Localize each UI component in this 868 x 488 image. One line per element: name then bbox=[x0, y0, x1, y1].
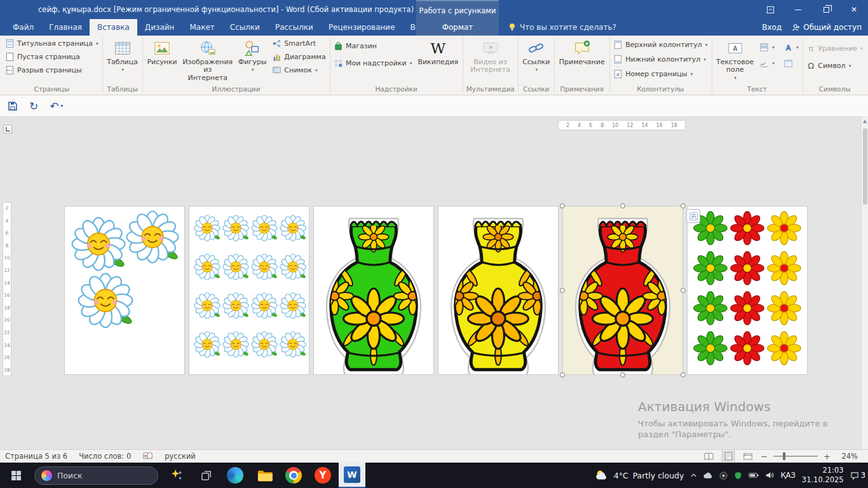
notification-center-button[interactable]: 3 bbox=[850, 471, 865, 480]
task-view-button[interactable] bbox=[193, 463, 219, 488]
read-mode-button[interactable] bbox=[702, 451, 715, 462]
date-time-button[interactable] bbox=[782, 57, 795, 69]
signature-line-button[interactable]: ▾ bbox=[757, 57, 776, 69]
close-button[interactable]: ✕ bbox=[840, 0, 868, 19]
document-page-image-1[interactable] bbox=[64, 206, 185, 375]
tray-expand-button[interactable] bbox=[690, 473, 697, 478]
blank-page-button[interactable]: Пустая страница bbox=[3, 51, 82, 63]
tray-icon-shield[interactable] bbox=[734, 471, 742, 480]
layout-options-button[interactable] bbox=[686, 209, 700, 223]
store-button[interactable]: Магазин bbox=[332, 40, 414, 52]
document-page-image-3[interactable] bbox=[313, 206, 434, 375]
chart-button[interactable]: Диаграмма bbox=[270, 51, 327, 63]
quick-parts-button[interactable]: ▾ bbox=[757, 41, 776, 53]
online-pictures-button[interactable]: Изображения из Интернета bbox=[181, 37, 234, 82]
page-break-button[interactable]: Разрыв страницы bbox=[3, 64, 84, 76]
zoom-slider-thumb[interactable] bbox=[783, 452, 785, 460]
selection-handle[interactable] bbox=[560, 203, 565, 208]
document-page-image-4[interactable] bbox=[438, 206, 559, 375]
scrollbar-thumb[interactable] bbox=[863, 128, 867, 205]
links-button[interactable]: Ссылки▾ bbox=[520, 37, 552, 73]
selection-handle[interactable] bbox=[681, 203, 686, 208]
tab-Макет[interactable]: Макет bbox=[182, 19, 222, 36]
smartart-button[interactable]: SmartArt bbox=[270, 37, 327, 50]
volume-icon[interactable] bbox=[765, 471, 774, 479]
zoom-slider[interactable] bbox=[773, 456, 818, 457]
save-button[interactable] bbox=[8, 101, 18, 111]
tab-Ссылки[interactable]: Ссылки bbox=[222, 19, 268, 36]
weather-widget[interactable]: 4°C Partly cloudy bbox=[594, 468, 684, 483]
tab-Рассылки[interactable]: Рассылки bbox=[268, 19, 321, 36]
comment-button[interactable]: Примечание bbox=[557, 37, 607, 66]
widgets-button[interactable] bbox=[163, 463, 190, 488]
textbox-button[interactable]: A Текстовое поле▾ bbox=[714, 37, 756, 81]
battery-icon[interactable] bbox=[749, 472, 759, 478]
page-indicator[interactable]: Страница 5 из 6 bbox=[5, 452, 67, 461]
symbol-button[interactable]: Ω Символ▾ bbox=[804, 60, 853, 72]
zoom-in-button[interactable]: + bbox=[824, 452, 831, 461]
signature-icon bbox=[759, 58, 769, 68]
selection-handle[interactable] bbox=[560, 372, 565, 377]
document-page-image-5[interactable] bbox=[562, 206, 683, 375]
tray-icon-dot[interactable] bbox=[719, 471, 728, 480]
wikipedia-button[interactable]: W Википедия bbox=[415, 37, 461, 66]
header-button[interactable]: Верхний колонтитул▾ bbox=[611, 39, 709, 51]
tab-Рецензирование[interactable]: Рецензирование bbox=[321, 19, 403, 36]
tab-format[interactable]: Формат bbox=[416, 19, 499, 36]
zoom-level[interactable]: 24% bbox=[836, 452, 858, 461]
print-layout-button[interactable] bbox=[721, 451, 735, 462]
table-button[interactable]: Таблица▾ bbox=[104, 37, 140, 73]
taskbar-search[interactable]: Поиск bbox=[34, 466, 158, 485]
document-page-image-6[interactable] bbox=[687, 206, 808, 375]
tab-Дизайн[interactable]: Дизайн bbox=[137, 19, 182, 36]
minimize-button[interactable] bbox=[784, 0, 812, 19]
redo-button[interactable]: ↻ bbox=[29, 100, 38, 112]
web-layout-button[interactable] bbox=[741, 451, 755, 462]
selection-handle[interactable] bbox=[681, 288, 686, 293]
start-button[interactable] bbox=[3, 463, 29, 488]
word-taskbar-button[interactable]: W bbox=[339, 463, 365, 488]
clock[interactable]: 21:03 31.10.2025 bbox=[802, 466, 844, 485]
sign-in-button[interactable]: Вход bbox=[762, 23, 782, 32]
screenshot-button[interactable]: Снимок▾ bbox=[270, 64, 327, 76]
footer-button[interactable]: Нижний колонтитул▾ bbox=[611, 53, 708, 65]
language-switcher[interactable]: ҚАЗ bbox=[780, 471, 795, 480]
scroll-up-icon[interactable]: ▲ bbox=[862, 117, 868, 126]
wordart-button[interactable]: A▾ bbox=[782, 41, 801, 53]
language-indicator[interactable]: русский bbox=[165, 452, 196, 461]
pictures-button[interactable]: Рисунки bbox=[144, 37, 179, 66]
selection-handle[interactable] bbox=[681, 372, 686, 377]
yandex-button[interactable]: Y bbox=[309, 463, 336, 488]
zoom-out-button[interactable]: − bbox=[761, 452, 768, 461]
selection-handle[interactable] bbox=[620, 203, 625, 208]
document-canvas[interactable]: 24681012141618 246810121416182022242628 … bbox=[0, 117, 868, 449]
tab-Вставка[interactable]: Вставка bbox=[90, 19, 137, 36]
chrome-button[interactable] bbox=[280, 463, 307, 488]
equation-button[interactable]: π Уравнение▾ bbox=[804, 43, 865, 55]
undo-button[interactable]: ↶▾ bbox=[50, 100, 63, 112]
selection-handle[interactable] bbox=[620, 372, 625, 377]
tab-Файл[interactable]: Файл bbox=[5, 19, 41, 36]
my-addins-button[interactable]: Мои надстройки▾ bbox=[332, 57, 414, 69]
selection-handle[interactable] bbox=[560, 288, 565, 293]
edge-button[interactable] bbox=[222, 463, 248, 488]
explorer-button[interactable] bbox=[251, 463, 278, 488]
tray-icon-cloud[interactable] bbox=[703, 472, 713, 479]
tab-stop-selector[interactable] bbox=[3, 125, 12, 133]
vertical-ruler[interactable]: 246810121416182022242628 bbox=[3, 202, 11, 376]
shapes-button[interactable]: Фигуры▾ bbox=[236, 37, 269, 73]
notification-icon bbox=[850, 471, 859, 480]
share-button[interactable]: Общий доступ bbox=[792, 23, 862, 32]
online-video-button[interactable]: Видео из Интернета bbox=[465, 37, 516, 74]
vertical-scrollbar[interactable]: ▲ bbox=[861, 117, 868, 449]
document-page-image-2[interactable] bbox=[189, 206, 309, 375]
tab-Главная[interactable]: Главная bbox=[41, 19, 90, 36]
horizontal-ruler[interactable]: 24681012141618 bbox=[558, 120, 686, 130]
cover-page-button[interactable]: Титульная страница▾ bbox=[3, 37, 100, 50]
tellme-box[interactable]: Что вы хотите сделать? bbox=[508, 19, 616, 36]
restore-button[interactable] bbox=[812, 0, 840, 19]
word-count[interactable]: Число слов: 0 bbox=[79, 452, 131, 461]
page-number-button[interactable]: # Номер страницы▾ bbox=[611, 68, 695, 80]
ribbon-display-options-button[interactable] bbox=[756, 0, 784, 19]
proofing-status-icon[interactable] bbox=[142, 452, 153, 461]
